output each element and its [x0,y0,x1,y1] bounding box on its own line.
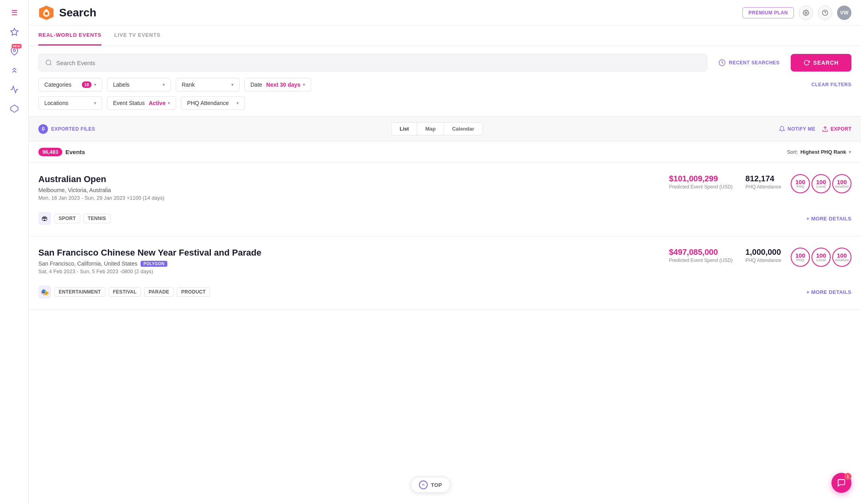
locations-label: Locations [44,100,91,106]
exported-label: EXPORTED FILES [51,126,95,132]
app-logo [38,5,54,21]
export-button[interactable]: EXPORT [822,126,851,132]
svg-marker-0 [10,28,18,35]
hamburger-menu[interactable]: ☰ [6,5,22,21]
premium-plan-button[interactable]: PREMIUM PLAN [742,7,794,18]
labels-label: Labels [113,81,160,88]
user-avatar[interactable]: VW [837,6,851,20]
sort-chevron: ▾ [849,149,851,155]
event-status-filter[interactable]: Event Status Active ▾ [107,96,176,110]
event-0-name: Australian Open [38,174,669,185]
chat-badge: 1 [844,473,851,480]
svg-point-8 [46,60,51,65]
phq-attendance-filter[interactable]: PHQ Attendance ▾ [181,96,245,110]
sidebar-item-chart[interactable] [6,81,22,97]
rank-filter[interactable]: Rank ▾ [176,78,240,91]
categories-chevron: ▾ [94,82,96,87]
exported-files-button[interactable]: 0 EXPORTED FILES [38,124,95,134]
event-1-tags: 🎭 ENTERTAINMENT FESTIVAL PARADE PRODUCT [38,286,210,298]
sidebar: ☰ NEW [0,0,29,504]
svg-marker-2 [10,105,18,112]
locations-chevron: ▾ [94,100,96,106]
event-0-rank-phq: 100 PHQ [791,174,810,193]
results-toolbar-left: 0 EXPORTED FILES [38,124,95,134]
sidebar-item-diamond[interactable] [6,101,22,117]
sort-control[interactable]: Sort: Highest PHQ Rank ▾ [787,149,851,155]
event-0-date: Mon, 16 Jan 2023 - Sun, 29 Jan 2023 +110… [38,195,669,201]
chat-icon [837,478,846,487]
event-status-label: Event Status [113,100,145,106]
event-card-1-bottom: 🎭 ENTERTAINMENT FESTIVAL PARADE PRODUCT … [38,286,851,298]
date-chevron: ▾ [303,82,305,87]
event-card-1-top: San Francisco Chinese New Year Festival … [38,248,851,281]
search-input[interactable] [56,60,700,66]
notify-label: NOTIFY ME [788,126,815,132]
labels-chevron: ▾ [163,82,165,87]
event-0-tag-0: SPORT [54,214,80,223]
notify-icon [779,126,785,132]
top-button[interactable]: TOP [411,477,450,493]
notify-me-button[interactable]: NOTIFY ME [779,126,815,132]
sort-label: Sort: [787,149,798,155]
tab-live-tv-events[interactable]: LIVE TV EVENTS [114,26,161,46]
view-calendar-button[interactable]: Calendar [444,123,482,135]
sidebar-item-map-new[interactable]: NEW [6,43,22,59]
event-1-tag-1: FESTIVAL [109,287,141,297]
search-icon [45,59,52,66]
phq-attendance-chevron: ▾ [236,100,239,106]
events-count-label: Events [65,149,85,155]
event-card-0-top: Australian Open Melbourne, Victoria, Aus… [38,174,851,207]
event-1-icon: 🎭 [38,286,51,298]
top-button-label: TOP [431,482,442,488]
event-0-more-details-button[interactable]: + MORE DETAILS [806,216,851,222]
export-icon [822,126,828,132]
events-count-bar: 96,483 Events Sort: Highest PHQ Rank ▾ [29,141,861,163]
help-button[interactable] [818,6,832,20]
event-card-1-info: San Francisco Chinese New Year Festival … [38,248,669,281]
svg-point-4 [45,12,48,15]
results-toolbar: 0 EXPORTED FILES List Map Calendar NOTIF… [29,116,861,141]
event-1-attendance: 1,000,000 PHQ Attendance [746,248,781,263]
event-1-metrics: $497,085,000 Predicted Event Spend (USD)… [669,248,781,263]
recent-searches-button[interactable]: RECENT SEARCHES [712,54,786,71]
svg-point-1 [13,49,16,52]
event-1-tag-0: ENTERTAINMENT [54,287,105,297]
event-1-rank-circles: 100 PHQ 100 Local 100 Aviation [791,248,851,267]
clock-icon [718,59,726,66]
new-badge: NEW [12,44,22,48]
content-area: REAL-WORLD EVENTS LIVE TV EVENTS RECENT … [29,26,861,504]
search-input-wrapper[interactable] [38,54,707,71]
sidebar-item-layers[interactable] [6,62,22,78]
event-0-tag-1: TENNIS [83,214,111,223]
event-card-0-info: Australian Open Melbourne, Victoria, Aus… [38,174,669,207]
events-count: 96,483 Events [38,148,85,156]
event-1-more-details-button[interactable]: + MORE DETAILS [806,289,851,295]
event-1-name: San Francisco Chinese New Year Festival … [38,248,669,258]
refresh-icon [803,60,810,66]
sidebar-item-spark[interactable] [6,24,22,40]
clear-filters-button[interactable]: CLEAR FILTERS [811,82,851,87]
categories-filter[interactable]: Categories 18 ▾ [38,78,102,91]
header-left: Search [38,5,96,21]
event-0-rank-aviation: 100 Aviation [832,174,851,193]
labels-filter[interactable]: Labels ▾ [107,78,171,91]
locations-filter[interactable]: Locations ▾ [38,96,102,110]
search-button[interactable]: SEARCH [791,54,851,71]
header-right: PREMIUM PLAN VW [742,6,851,20]
sort-value: Highest PHQ Rank [800,149,846,155]
event-0-spend: $101,009,299 Predicted Event Spend (USD) [669,174,732,190]
settings-button[interactable] [799,6,813,20]
view-list-button[interactable]: List [392,123,417,135]
event-1-rank-phq: 100 PHQ [791,248,810,267]
view-map-button[interactable]: Map [417,123,444,135]
event-1-tag-3: PRODUCT [177,287,210,297]
date-filter[interactable]: Date Next 30 days ▾ [244,78,311,91]
export-label: EXPORT [831,126,851,132]
categories-badge: 18 [82,81,91,88]
tab-real-world-events[interactable]: REAL-WORLD EVENTS [38,26,101,46]
rank-chevron: ▾ [231,82,234,87]
chat-bubble[interactable]: 1 [831,473,851,493]
event-1-tag-2: PARADE [144,287,174,297]
event-0-rank-circles: 100 PHQ 100 Local 100 Aviation [791,174,851,193]
recent-searches-label: RECENT SEARCHES [729,60,780,65]
